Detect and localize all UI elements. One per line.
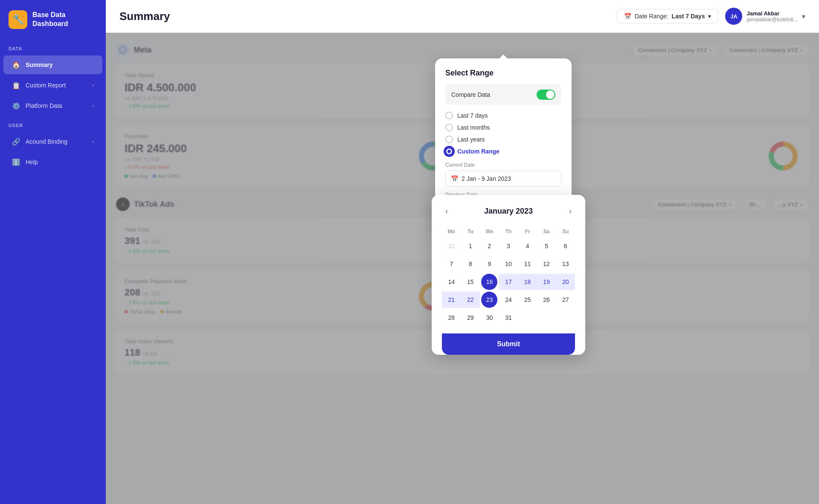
sidebar-item-label: Summary	[26, 61, 53, 68]
calendar-day[interactable]: 31	[500, 310, 517, 326]
calendar-next-button[interactable]: ›	[566, 205, 575, 217]
sidebar-item-summary[interactable]: 🏠 Summary	[3, 55, 102, 74]
compare-toggle[interactable]	[537, 90, 555, 100]
chevron-icon: ›	[92, 139, 94, 145]
calendar-day[interactable]: 25	[520, 292, 536, 308]
panel-arrow	[499, 54, 508, 58]
avatar: JA	[725, 8, 742, 25]
radio-label: Last years	[457, 136, 485, 143]
logo: 🔧 Base Data Dashboard	[0, 0, 106, 39]
calendar-day[interactable]: 26	[538, 292, 555, 308]
chevron-down-icon: ▾	[708, 13, 711, 20]
radio-circle	[445, 136, 453, 143]
user-name: Jamal Akbar	[746, 10, 798, 17]
calendar-day[interactable]: 31	[443, 238, 459, 254]
user-info-block: JA Jamal Akbar jamalakbar@bolehdi... ▾	[725, 8, 805, 25]
calendar-day[interactable]: 15	[462, 274, 479, 290]
sidebar-item-label: Custom Report	[26, 82, 66, 89]
calendar-day[interactable]: 29	[462, 310, 479, 326]
calendar-day[interactable]: 21	[442, 292, 461, 308]
calendar-day[interactable]: 5	[538, 238, 555, 254]
user-section-label: USER	[0, 116, 106, 131]
report-icon: 📋	[12, 81, 20, 90]
calendar-day[interactable]: 28	[443, 310, 459, 326]
calendar-day[interactable]: 3	[500, 238, 517, 254]
calendar-day-label: Fr	[518, 226, 537, 237]
sidebar-item-help[interactable]: ℹ️ Help	[3, 153, 102, 171]
calendar-day[interactable]: 11	[520, 256, 536, 272]
radio-label: Last 7 days	[457, 112, 488, 119]
logo-text: Base Data Dashboard	[32, 11, 68, 29]
main-content: Summary 📅 Date Range: Last 7 Days ▾ JA J…	[106, 0, 819, 504]
radio-custom[interactable]: Custom Range	[445, 148, 561, 155]
calendar-day[interactable]: 8	[462, 256, 479, 272]
submit-button[interactable]: Submit	[442, 333, 575, 355]
page-title: Summary	[119, 10, 170, 23]
calendar-day[interactable]: 6	[558, 238, 574, 254]
date-range-value: Last 7 Days	[672, 13, 705, 20]
current-date-value: 2 Jan - 9 Jan 2023	[462, 175, 511, 182]
calendar-icon: 📅	[624, 13, 631, 20]
date-range-button[interactable]: 📅 Date Range: Last 7 Days ▾	[617, 9, 718, 23]
calendar-day[interactable]: 17	[499, 274, 518, 290]
current-date-field[interactable]: 📅 2 Jan - 9 Jan 2023	[445, 171, 561, 187]
header-right: 📅 Date Range: Last 7 Days ▾ JA Jamal Akb…	[617, 8, 805, 25]
sidebar: 🔧 Base Data Dashboard DATA 🏠 Summary 📋 C…	[0, 0, 106, 504]
calendar-day[interactable]: 1	[462, 238, 479, 254]
date-range-label: Date Range:	[635, 13, 668, 20]
calendar-month: January 2023	[484, 207, 533, 216]
sidebar-item-label: Acound Binding	[26, 138, 67, 145]
home-icon: 🏠	[12, 61, 20, 69]
link-icon: 🔗	[12, 137, 20, 146]
calendar-day[interactable]: 22	[461, 292, 480, 308]
chevron-icon: ›	[92, 103, 94, 109]
logo-icon: 🔧	[9, 10, 27, 29]
calendar-panel: ‹ January 2023 › MoTuWeThFrSaSu311234567…	[432, 195, 585, 355]
radio-lastyears[interactable]: Last years	[445, 136, 561, 143]
chevron-down-icon: ▾	[802, 12, 805, 20]
calendar-icon: 📅	[451, 175, 458, 182]
chevron-icon: ›	[92, 82, 94, 88]
calendar-day[interactable]: 30	[481, 310, 497, 326]
calendar-grid: MoTuWeThFrSaSu31123456789101112131415161…	[442, 226, 575, 327]
radio-label-selected: Custom Range	[457, 148, 500, 155]
radio-last7[interactable]: Last 7 days	[445, 112, 561, 119]
sidebar-item-account-binding[interactable]: 🔗 Acound Binding ›	[3, 132, 102, 151]
current-date-label: Current Date	[445, 162, 561, 168]
calendar-header: ‹ January 2023 ›	[442, 205, 575, 217]
calendar-day[interactable]: 4	[520, 238, 536, 254]
calendar-day[interactable]: 12	[538, 256, 555, 272]
platform-icon: ⚙️	[12, 101, 20, 110]
calendar-day[interactable]: 10	[500, 256, 517, 272]
help-icon: ℹ️	[12, 158, 20, 166]
calendar-prev-button[interactable]: ‹	[442, 205, 451, 217]
calendar-day[interactable]: 14	[443, 274, 459, 290]
calendar-day[interactable]: 27	[558, 292, 574, 308]
radio-lastmonths[interactable]: Last months	[445, 124, 561, 131]
calendar-day[interactable]: 16	[481, 274, 497, 290]
radio-label: Last months	[457, 124, 490, 131]
calendar-day-label: Th	[499, 226, 518, 237]
content-area: Meta Conversion | Company XYZ › Conversi…	[106, 33, 819, 504]
sidebar-item-label: Platform Data	[26, 102, 62, 109]
calendar-day[interactable]: 7	[443, 256, 459, 272]
sidebar-item-platform-data[interactable]: ⚙️ Platform Data ›	[3, 96, 102, 115]
data-section-label: DATA	[0, 39, 106, 55]
user-details: Jamal Akbar jamalakbar@bolehdi...	[746, 10, 798, 23]
calendar-day[interactable]: 19	[537, 274, 556, 290]
radio-circle	[445, 124, 453, 131]
calendar-day-label: Mo	[442, 226, 461, 237]
compare-row: Compare Data	[445, 84, 561, 105]
calendar-day[interactable]: 9	[481, 256, 497, 272]
calendar-day[interactable]: 18	[518, 274, 537, 290]
calendar-day[interactable]: 24	[500, 292, 517, 308]
sidebar-item-custom-report[interactable]: 📋 Custom Report ›	[3, 76, 102, 95]
calendar-day[interactable]: 2	[481, 238, 497, 254]
calendar-day[interactable]: 23	[481, 292, 497, 308]
sidebar-item-label: Help	[26, 159, 38, 165]
user-email: jamalakbar@bolehdi...	[746, 17, 798, 23]
calendar-day[interactable]: 20	[556, 274, 575, 290]
calendar-day-label: Su	[556, 226, 575, 237]
calendar-day-label: Tu	[461, 226, 480, 237]
calendar-day[interactable]: 13	[558, 256, 574, 272]
